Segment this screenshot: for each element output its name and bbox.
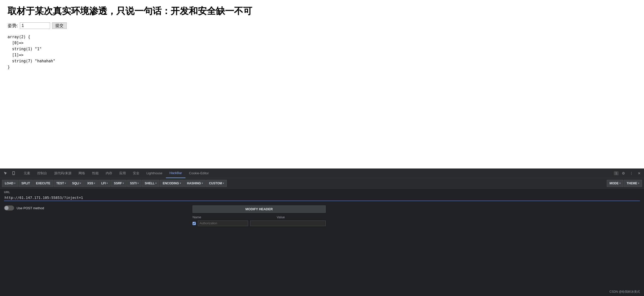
ssrf-button[interactable]: SSRF ▾ <box>111 180 127 187</box>
shell-arrow: ▾ <box>155 182 157 185</box>
theme-arrow: ▾ <box>638 182 639 185</box>
devtools-tabbar: 元素 控制台 源代码/来源 网络 性能 内存 应用 安全 Lighthouse … <box>0 168 644 178</box>
theme-button[interactable]: THEME ▾ <box>624 180 642 187</box>
split-button[interactable]: SPLIT <box>19 180 33 187</box>
custom-arrow: ▾ <box>223 182 224 185</box>
url-label: URL <box>4 191 640 194</box>
tab-elements[interactable]: 元素 <box>20 168 34 178</box>
branding: CSDN @给我杯冰美式 <box>609 290 640 294</box>
hashing-button[interactable]: HASHING ▾ <box>184 180 206 187</box>
hackbar-options-section: Use POST method MODIFY HEADER Name Value <box>0 203 644 296</box>
lfi-button[interactable]: LFI ▾ <box>98 180 110 187</box>
sqli-arrow: ▾ <box>80 182 81 185</box>
devtools-panel: 元素 控制台 源代码/来源 网络 性能 内存 应用 安全 Lighthouse … <box>0 168 644 296</box>
ssti-button[interactable]: SSTI ▾ <box>127 180 141 187</box>
devtools-icon-group <box>2 170 17 176</box>
custom-button[interactable]: CUSTOM ▾ <box>206 180 227 187</box>
ssrf-arrow: ▾ <box>123 182 124 185</box>
lfi-arrow: ▾ <box>106 182 108 185</box>
encoding-button[interactable]: ENCODING ▾ <box>160 180 184 187</box>
execute-button[interactable]: EXECUTE <box>33 180 53 187</box>
header-row-checkbox[interactable] <box>193 222 196 225</box>
hashing-arrow: ▾ <box>202 182 203 185</box>
encoding-arrow: ▾ <box>180 182 181 185</box>
tab-application[interactable]: 应用 <box>116 168 129 178</box>
url-section: URL <box>0 189 644 203</box>
tab-sources[interactable]: 源代码/来源 <box>51 168 75 178</box>
tab-lighthouse[interactable]: Lighthouse <box>143 168 166 178</box>
devtools-right-controls: 1 ⚙ ⋮ ✕ <box>614 171 642 176</box>
main-content: 取材于某次真实环境渗透，只说一句话：开发和安全缺一不可 姿势: 提交 array… <box>0 0 644 168</box>
url-input[interactable] <box>4 195 640 201</box>
more-icon[interactable]: ⋮ <box>628 171 634 176</box>
console-badge: 1 <box>614 171 619 175</box>
sqli-button[interactable]: SQLI ▾ <box>69 180 84 187</box>
shell-button[interactable]: SHELL ▾ <box>142 180 159 187</box>
submit-button[interactable]: 提交 <box>52 22 67 29</box>
device-icon[interactable] <box>10 170 17 176</box>
tab-security[interactable]: 安全 <box>129 168 143 178</box>
header-value-input[interactable] <box>250 221 326 226</box>
load-button[interactable]: LOAD ▾ <box>2 180 18 187</box>
mode-button[interactable]: MODE ▾ <box>607 180 623 187</box>
test-arrow: ▾ <box>65 182 66 185</box>
posture-input[interactable] <box>20 22 50 29</box>
header-table: Name Value <box>193 215 326 226</box>
xss-button[interactable]: XSS ▾ <box>84 180 98 187</box>
xss-arrow: ▾ <box>94 182 95 185</box>
tab-memory[interactable]: 内存 <box>102 168 116 178</box>
tab-network[interactable]: 网络 <box>75 168 89 178</box>
tab-console[interactable]: 控制台 <box>34 168 51 178</box>
form-label: 姿势: <box>8 23 18 29</box>
hackbar-toolbar: LOAD ▾ SPLIT EXECUTE TEST ▾ SQLI ▾ XSS ▾… <box>0 178 644 189</box>
post-method-toggle[interactable] <box>4 205 14 210</box>
inspect-icon[interactable] <box>2 170 9 176</box>
modify-header-button[interactable]: MODIFY HEADER <box>193 205 326 213</box>
header-name-col: Name <box>193 215 201 219</box>
tab-performance[interactable]: 性能 <box>89 168 102 178</box>
test-button[interactable]: TEST ▾ <box>54 180 69 187</box>
close-icon[interactable]: ✕ <box>636 171 642 176</box>
tab-cookie-editor[interactable]: Cookie-Editor <box>185 168 212 178</box>
settings-icon[interactable]: ⚙ <box>621 171 626 176</box>
post-method-row: Use POST method <box>4 205 44 210</box>
ssti-arrow: ▾ <box>137 182 139 185</box>
page-title: 取材于某次真实环境渗透，只说一句话：开发和安全缺一不可 <box>8 5 636 17</box>
post-method-label: Use POST method <box>17 206 44 210</box>
tab-hackbar[interactable]: HackBar <box>166 168 185 178</box>
header-name-input[interactable] <box>198 221 248 226</box>
form-row: 姿势: 提交 <box>8 22 636 29</box>
code-output: array(2) { [0]=> string(1) "1" [1]=> str… <box>8 34 636 70</box>
load-arrow: ▾ <box>14 182 15 185</box>
header-value-col: Value <box>277 215 285 219</box>
mode-arrow: ▾ <box>619 182 621 185</box>
